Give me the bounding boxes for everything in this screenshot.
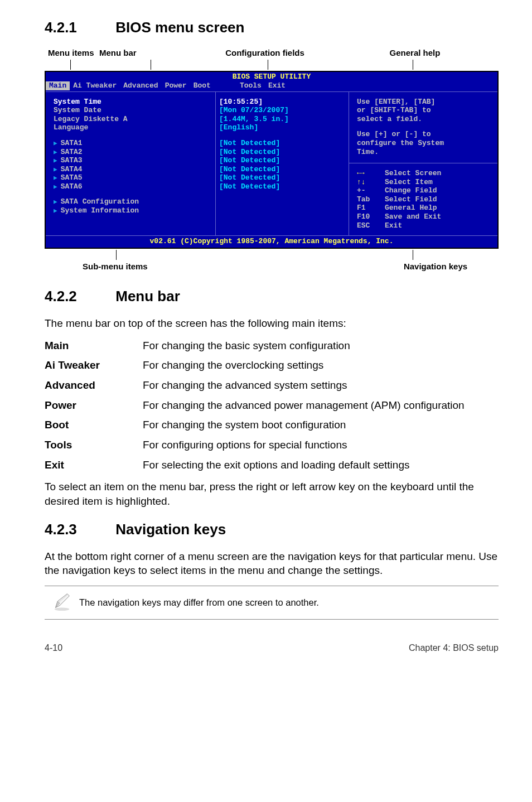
bios-val-sata3: [Not Detected]	[219, 156, 345, 165]
bios-left-pane: System Time System Date Legacy Diskette …	[46, 92, 216, 236]
bios-item-system-time: System Time	[54, 98, 212, 107]
bios-val-sata6: [Not Detected]	[219, 182, 345, 191]
bios-nav-select-screen: Select Screen	[357, 169, 492, 178]
bios-screenshot: BIOS SETUP UTILITY Main Ai Tweaker Advan…	[45, 71, 499, 249]
table-row: ExitFor selecting the exit options and l…	[45, 458, 499, 472]
bios-nav-select-item: Select Item	[357, 178, 492, 187]
heading-num: 4.2.1	[45, 18, 112, 37]
bios-item-legacy-diskette: Legacy Diskette A	[54, 115, 212, 124]
page-footer: 4-10 Chapter 4: BIOS setup	[45, 642, 499, 654]
label-navigation-keys: Navigation keys	[373, 261, 499, 272]
below-connector-lines	[45, 250, 499, 260]
bios-val-time: [10:55:25]	[219, 98, 345, 107]
label-submenu-items: Sub-menu items	[45, 261, 373, 272]
bios-tab-advanced: Advanced	[120, 81, 161, 90]
bios-help-line: Use [ENTER], [TAB]	[357, 98, 492, 107]
heading-num: 4.2.3	[45, 520, 112, 539]
bios-item-sata1: SATA1	[54, 139, 212, 148]
bios-nav-select-field: TabSelect Field	[357, 195, 492, 204]
bios-val-sata5: [Not Detected]	[219, 173, 345, 182]
bios-tab-power: Power	[162, 81, 190, 90]
table-row: ToolsFor configuring options for special…	[45, 438, 499, 452]
bios-val-language: [English]	[219, 123, 345, 132]
arrows-icon	[357, 169, 385, 178]
bios-help-line: Time.	[357, 148, 492, 157]
heading-title: BIOS menu screen	[115, 19, 244, 36]
bios-item-sata5: SATA5	[54, 173, 212, 182]
heading-422: 4.2.2 Menu bar	[45, 287, 499, 306]
note-text: The navigation keys may differ from one …	[79, 596, 319, 608]
bios-help-line: configure the System	[357, 139, 492, 148]
navkeys-paragraph: At the bottom right corner of a menu scr…	[45, 549, 499, 578]
bios-menubar: Main Ai Tweaker Advanced Power Boot Tool…	[46, 81, 497, 91]
bios-top-labels: Menu items Menu bar Configuration fields…	[45, 47, 499, 59]
bios-val-sata4: [Not Detected]	[219, 165, 345, 174]
heading-num: 4.2.2	[45, 287, 112, 306]
bios-tab-boot: Boot	[190, 81, 214, 90]
bios-right-pane: Use [ENTER], [TAB] or [SHIFT-TAB] to sel…	[349, 92, 497, 236]
bios-item-sata-config: SATA Configuration	[54, 197, 212, 206]
bios-help-line: select a field.	[357, 115, 492, 124]
label-config-fields: Configuration fields	[195, 47, 335, 59]
bios-val-sata1: [Not Detected]	[219, 139, 345, 148]
footer-page-number: 4-10	[45, 642, 62, 654]
label-connector-lines	[45, 60, 499, 70]
bios-item-sata2: SATA2	[54, 148, 212, 157]
bios-title: BIOS SETUP UTILITY	[46, 72, 497, 81]
bios-item-system-date: System Date	[54, 106, 212, 115]
label-menu-bar: Menu bar	[99, 47, 195, 59]
heading-title: Navigation keys	[115, 521, 226, 538]
bios-val-date: [Mon 07/23/2007]	[219, 106, 345, 115]
bios-tab-aitweaker: Ai Tweaker	[70, 81, 120, 90]
menubar-intro: The menu bar on top of the screen has th…	[45, 316, 499, 331]
note-box: The navigation keys may differ from one …	[45, 586, 499, 620]
bios-item-sata6: SATA6	[54, 182, 212, 191]
label-menu-items: Menu items	[48, 47, 99, 59]
bios-tab-tools: Tools	[236, 81, 265, 90]
bios-help-line: Use [+] or [-] to	[357, 130, 492, 139]
heading-421: 4.2.1 BIOS menu screen	[45, 18, 499, 37]
bios-bottom-labels: Sub-menu items Navigation keys	[45, 261, 499, 272]
menubar-outro: To select an item on the menu bar, press…	[45, 480, 499, 508]
footer-chapter: Chapter 4: BIOS setup	[409, 642, 499, 654]
heading-title: Menu bar	[115, 288, 180, 305]
bios-item-sata4: SATA4	[54, 165, 212, 174]
bios-item-system-info: System Information	[54, 206, 212, 215]
svg-point-0	[55, 607, 70, 611]
heading-423: 4.2.3 Navigation keys	[45, 520, 499, 539]
bios-help-line: or [SHIFT-TAB] to	[357, 106, 492, 115]
bios-item-sata3: SATA3	[54, 156, 212, 165]
table-row: MainFor changing the basic system config…	[45, 339, 499, 353]
table-row: Ai TweakerFor changing the overclocking …	[45, 358, 499, 373]
bios-nav-save-exit: F10Save and Exit	[357, 212, 492, 221]
bios-nav-change-field: +-Change Field	[357, 186, 492, 195]
bios-nav-exit: ESCExit	[357, 221, 492, 230]
table-row: AdvancedFor changing the advanced system…	[45, 378, 499, 393]
menubar-table: MainFor changing the basic system config…	[45, 339, 499, 472]
bios-val-legacy: [1.44M, 3.5 in.]	[219, 115, 345, 124]
table-row: BootFor changing the system boot configu…	[45, 418, 499, 432]
bios-tab-exit: Exit	[265, 81, 289, 90]
bios-nav-general-help: F1General Help	[357, 204, 492, 212]
bios-val-sata2: [Not Detected]	[219, 148, 345, 157]
bios-mid-pane: [10:55:25] [Mon 07/23/2007] [1.44M, 3.5 …	[216, 92, 349, 236]
table-row: PowerFor changing the advanced power man…	[45, 398, 499, 413]
updown-icon	[357, 178, 385, 187]
bios-tab-main: Main	[46, 81, 70, 90]
bios-item-language: Language	[54, 123, 212, 132]
label-general-help: General help	[335, 47, 495, 59]
pencil-icon	[45, 591, 79, 615]
bios-footer: v02.61 (C)Copyright 1985-2007, American …	[46, 236, 497, 248]
